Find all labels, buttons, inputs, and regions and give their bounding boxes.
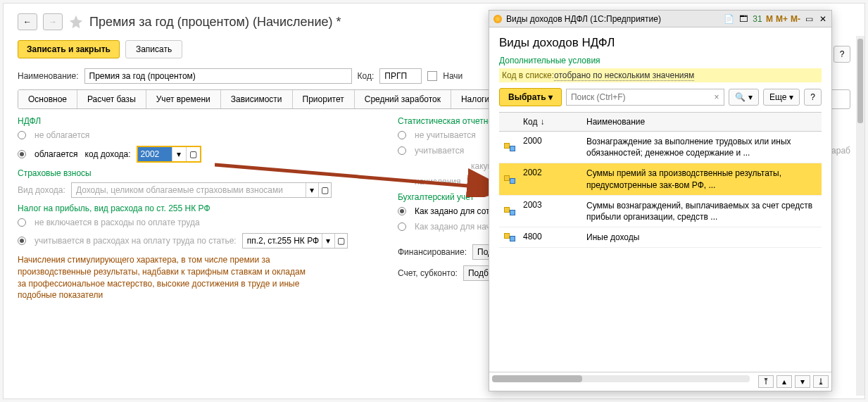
code-label: Код:: [358, 71, 375, 81]
row-code: 4800: [520, 227, 584, 247]
code-input[interactable]: [379, 68, 422, 84]
ndfl-taxed-radio[interactable]: [18, 150, 26, 158]
tab-priority[interactable]: Приоритет: [293, 90, 355, 108]
income-code-field: ▾ ▢: [137, 146, 201, 163]
income-code-input[interactable]: [138, 147, 172, 161]
horizontal-scrollbar[interactable]: [492, 375, 750, 382]
tab-time[interactable]: Учет времени: [146, 90, 221, 108]
bu-opt1-label: Как задано для сотру: [415, 206, 498, 216]
print-icon[interactable]: 📄: [724, 13, 735, 25]
scroll-top-button[interactable]: ⤒: [758, 375, 774, 388]
income-code-open[interactable]: ▢: [186, 147, 200, 161]
income-code-dropdown[interactable]: ▾: [172, 147, 186, 161]
row-icon: [504, 143, 515, 151]
nav-forward-button[interactable]: →: [43, 13, 63, 30]
account-label: Счет, субконто:: [398, 268, 458, 278]
contrib-kind-label: Вид дохода:: [18, 185, 65, 195]
stat-opt3-label: начисления: [415, 177, 461, 187]
chevron-down-icon: ▾: [748, 92, 753, 102]
profit-article-value: пп.2, ст.255 НК РФ: [243, 234, 322, 248]
popup-help-button[interactable]: ?: [804, 89, 822, 106]
row-code: 2002: [520, 163, 584, 194]
stat-opt2-label: учитывается: [415, 146, 464, 156]
filter-bar: Код в списке:отобрано по нескольким знач…: [499, 68, 822, 82]
table-row[interactable]: 2003Суммы вознаграждений, выплачиваемых …: [499, 196, 822, 227]
favorite-star-icon[interactable]: [68, 14, 84, 30]
scroll-down-button[interactable]: ▾: [795, 375, 810, 388]
income-types-grid: Код ↓ Наименование 2000Вознаграждение за…: [499, 112, 822, 372]
sort-down-icon: ↓: [540, 117, 544, 127]
help-button[interactable]: ?: [834, 46, 850, 63]
clear-search-icon[interactable]: ×: [710, 89, 724, 105]
scroll-bottom-button[interactable]: ⤓: [813, 375, 829, 388]
calc-checkbox[interactable]: [427, 71, 437, 81]
search-input[interactable]: [567, 89, 710, 105]
stat-opt2-radio[interactable]: [398, 146, 406, 155]
contrib-header: Страховые взносы: [18, 168, 370, 178]
memory-mminus[interactable]: M-: [791, 14, 800, 24]
minimize-icon[interactable]: ▭: [803, 13, 814, 25]
calendar-icon[interactable]: 31: [752, 13, 763, 25]
search-submit-button[interactable]: 🔍▾: [729, 89, 759, 106]
col-name-header[interactable]: Наименование: [584, 113, 822, 131]
memory-mplus[interactable]: M+: [776, 14, 788, 24]
income-types-popup: Виды доходов НДФЛ (1С:Предприятие) 📄 🗔 3…: [489, 10, 832, 391]
contrib-kind-value: Доходы, целиком облагаемые страховыми вз…: [72, 183, 306, 197]
row-icon: [504, 233, 515, 241]
more-button[interactable]: Еще ▾: [763, 89, 800, 106]
open-icon[interactable]: ▢: [334, 234, 347, 248]
bu-opt2-label: Как задано для начи: [415, 222, 496, 232]
filter-key: Код в списке:: [502, 70, 554, 80]
ndfl-header: НДФЛ: [18, 116, 370, 126]
tab-main[interactable]: Основное: [18, 90, 77, 108]
profit-article-select[interactable]: пп.2, ст.255 НК РФ ▾ ▢: [242, 233, 348, 249]
article-note: Начисления стимулирующего характера, в т…: [18, 254, 313, 301]
close-icon[interactable]: ✕: [817, 13, 829, 25]
row-code: 2000: [520, 132, 584, 163]
tab-avg[interactable]: Средний заработок: [355, 90, 451, 108]
write-and-close-button[interactable]: Записать и закрыть: [18, 40, 120, 58]
scroll-up-button[interactable]: ▴: [776, 375, 792, 388]
arrow-right-icon: →: [49, 17, 57, 27]
contrib-kind-select[interactable]: Доходы, целиком облагаемые страховыми вз…: [71, 182, 332, 198]
name-input[interactable]: [84, 68, 352, 84]
arrow-left-icon: ←: [23, 17, 32, 27]
filter-value[interactable]: отобрано по нескольким значениям: [554, 70, 694, 81]
write-button[interactable]: Записать: [125, 40, 182, 58]
bu-opt1-radio[interactable]: [398, 207, 406, 215]
extra-conditions-link[interactable]: Дополнительные условия: [499, 56, 822, 65]
app-icon: [492, 13, 503, 25]
popup-heading: Виды доходов НДФЛ: [499, 36, 822, 50]
profit-opt2-radio[interactable]: [18, 237, 26, 245]
table-row[interactable]: 2000Вознаграждение за выполнение трудовы…: [499, 132, 822, 163]
tab-deps[interactable]: Зависимости: [221, 90, 293, 108]
calc-label: Начи: [443, 71, 463, 81]
profit-opt2-label: учитывается в расходах на оплату труда п…: [34, 236, 237, 246]
select-button[interactable]: Выбрать ▾: [499, 88, 562, 106]
ndfl-code-label: код дохода:: [85, 149, 131, 159]
popup-chrome-title: Виды доходов НДФЛ (1С:Предприятие): [506, 14, 661, 24]
profit-opt1-radio[interactable]: [18, 218, 26, 227]
name-label: Наименование:: [18, 71, 79, 81]
calc-icon[interactable]: 🗔: [738, 13, 749, 25]
bu-opt2-radio[interactable]: [398, 222, 406, 231]
stat-opt1-label: не учитывается: [415, 130, 476, 140]
row-name: Вознаграждение за выполнение трудовых ил…: [584, 132, 822, 163]
col-code-header[interactable]: Код ↓: [520, 113, 584, 131]
tab-base[interactable]: Расчет базы: [77, 90, 146, 108]
stat-opt1-radio[interactable]: [398, 131, 406, 139]
chevron-down-icon: ▾: [548, 92, 553, 102]
dropdown-icon[interactable]: ▾: [306, 183, 318, 197]
popup-titlebar: Виды доходов НДФЛ (1С:Предприятие) 📄 🗔 3…: [489, 11, 831, 27]
ndfl-not-taxed-radio[interactable]: [18, 131, 26, 139]
vertical-scrollbar[interactable]: [856, 36, 864, 396]
search-icon: 🔍: [735, 92, 746, 102]
ndfl-taxed-label: облагается: [34, 149, 78, 159]
dropdown-icon[interactable]: ▾: [322, 234, 334, 248]
memory-m[interactable]: M: [766, 14, 773, 24]
table-row[interactable]: 2002Суммы премий за производственные рез…: [499, 163, 822, 195]
open-icon[interactable]: ▢: [318, 183, 331, 197]
profit-opt1-label: не включается в расходы по оплате труда: [34, 218, 200, 227]
nav-back-button[interactable]: ←: [18, 13, 37, 30]
table-row[interactable]: 4800Иные доходы: [499, 227, 822, 248]
